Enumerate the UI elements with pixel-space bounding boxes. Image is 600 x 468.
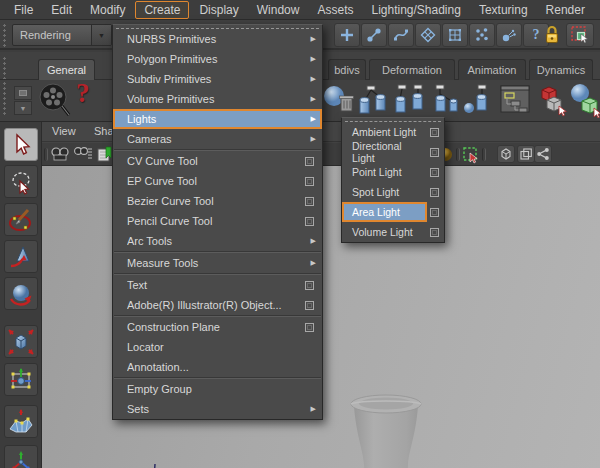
menu-item-volume-primitives[interactable]: Volume Primitives▶ bbox=[113, 89, 322, 109]
option-box-icon[interactable] bbox=[430, 148, 439, 157]
select-tool[interactable] bbox=[4, 128, 38, 161]
menu-set-dropdown[interactable]: Rendering ▼ bbox=[12, 24, 112, 46]
selection-highlight-icon[interactable] bbox=[462, 146, 480, 168]
paint-select-tool[interactable] bbox=[4, 203, 38, 236]
tab-subdivs[interactable]: bdivs bbox=[328, 59, 366, 80]
menu-item-subdiv-primitives[interactable]: Subdiv Primitives▶ bbox=[113, 69, 322, 89]
scale-tool[interactable] bbox=[4, 325, 38, 358]
menu-item-lights[interactable]: Lights▶ bbox=[113, 109, 322, 129]
toolbox bbox=[0, 122, 42, 468]
option-box-icon[interactable] bbox=[305, 323, 314, 332]
rotate-tool[interactable] bbox=[4, 277, 38, 310]
menu-assets[interactable]: Assets bbox=[309, 2, 361, 18]
menu-item-measure-tools[interactable]: Measure Tools▶ bbox=[113, 253, 322, 273]
option-box-icon[interactable] bbox=[430, 228, 439, 237]
universal-manipulator-tool[interactable] bbox=[4, 363, 38, 396]
menu-create[interactable]: Create bbox=[135, 1, 189, 19]
menu-item-pencil-curve-tool[interactable]: Pencil Curve Tool bbox=[113, 211, 322, 231]
shelf-scroll-up-button[interactable] bbox=[14, 86, 32, 100]
menu-item-locator[interactable]: Locator bbox=[113, 337, 322, 357]
menu-file[interactable]: File bbox=[6, 2, 41, 18]
soft-modification-tool[interactable] bbox=[4, 405, 38, 438]
wireframe-cube-icon[interactable] bbox=[497, 145, 515, 163]
layers-icon[interactable] bbox=[517, 145, 535, 163]
menu-item-adobe-illustrator-object[interactable]: Adobe(R) Illustrator(R) Object... bbox=[113, 295, 322, 315]
menu-window[interactable]: Window bbox=[249, 2, 308, 18]
menu-item-ambient-light[interactable]: Ambient Light bbox=[342, 122, 444, 142]
constraint-icon[interactable] bbox=[462, 82, 496, 122]
drag-handle[interactable] bbox=[2, 23, 8, 47]
lasso-select-tool[interactable] bbox=[4, 165, 38, 198]
create-cube-icon[interactable] bbox=[568, 82, 600, 122]
snap-joint-icon[interactable] bbox=[361, 23, 387, 47]
selection-mask-icon[interactable] bbox=[566, 23, 594, 47]
menu-item-annotation[interactable]: Annotation... bbox=[113, 357, 322, 377]
set-driven-key-icon[interactable] bbox=[534, 82, 568, 122]
menu-item-nurbs-primitives[interactable]: NURBS Primitives▶ bbox=[113, 29, 322, 49]
snap-curve-icon[interactable] bbox=[388, 23, 414, 47]
tab-dynamics[interactable]: Dynamics bbox=[529, 59, 593, 80]
lattice-icon[interactable] bbox=[442, 23, 468, 47]
tab-deformation[interactable]: Deformation bbox=[369, 59, 455, 80]
vase-object[interactable] bbox=[340, 392, 432, 468]
cv-curve[interactable] bbox=[144, 464, 160, 468]
menu-item-point-light[interactable]: Point Light bbox=[342, 162, 444, 182]
menu-lighting-shading[interactable]: Lighting/Shading bbox=[363, 2, 468, 18]
menu-display[interactable]: Display bbox=[191, 2, 246, 18]
menu-modify[interactable]: Modify bbox=[82, 2, 133, 18]
tab-general[interactable]: General bbox=[38, 59, 95, 80]
menu-toon[interactable]: Toon bbox=[595, 2, 600, 18]
menu-item-text[interactable]: Text bbox=[113, 275, 322, 295]
menu-item-volume-light[interactable]: Volume Light bbox=[342, 222, 444, 242]
camera-icon[interactable] bbox=[50, 146, 70, 166]
lock-icon[interactable] bbox=[543, 24, 561, 50]
option-box-icon[interactable] bbox=[305, 301, 314, 310]
tab-animation[interactable]: Animation bbox=[458, 59, 526, 80]
snap-plane-icon[interactable] bbox=[415, 23, 441, 47]
option-box-icon[interactable] bbox=[305, 157, 314, 166]
help-shelf-icon[interactable]: ? bbox=[76, 78, 90, 109]
menu-item-cv-curve-tool[interactable]: CV Curve Tool bbox=[113, 151, 322, 171]
connections-icon[interactable] bbox=[534, 145, 552, 163]
shelf-scroll-down-button[interactable]: ▼ bbox=[14, 101, 32, 115]
menu-render[interactable]: Render bbox=[538, 2, 593, 18]
option-box-icon[interactable] bbox=[430, 168, 439, 177]
ik-spline-handle-icon[interactable] bbox=[394, 82, 428, 122]
option-box-icon[interactable] bbox=[430, 208, 439, 217]
option-box-icon[interactable] bbox=[305, 281, 314, 290]
menu-item-ep-curve-tool[interactable]: EP Curve Tool bbox=[113, 171, 322, 191]
option-box-icon[interactable] bbox=[305, 197, 314, 206]
move-tool[interactable] bbox=[4, 240, 38, 273]
emitter-icon[interactable] bbox=[496, 23, 522, 47]
menu-item-polygon-primitives[interactable]: Polygon Primitives▶ bbox=[113, 49, 322, 69]
option-box-icon[interactable] bbox=[305, 177, 314, 186]
dropdown-arrow-icon[interactable]: ▼ bbox=[91, 25, 111, 45]
submenu-arrow-icon: ▶ bbox=[311, 237, 316, 245]
panel-menu-view[interactable]: View bbox=[52, 125, 76, 137]
camera-attributes-icon[interactable] bbox=[73, 146, 93, 166]
menu-item-sets[interactable]: Sets▶ bbox=[113, 399, 322, 419]
sphere-delete-icon[interactable] bbox=[322, 82, 356, 122]
points-icon[interactable] bbox=[469, 23, 495, 47]
menu-edit[interactable]: Edit bbox=[43, 2, 80, 18]
toolbar-separator bbox=[456, 148, 460, 161]
menu-item-area-light[interactable]: Area Light bbox=[342, 202, 444, 222]
menu-item-spot-light[interactable]: Spot Light bbox=[342, 182, 444, 202]
menu-item-construction-plane[interactable]: Construction Plane bbox=[113, 317, 322, 337]
menu-item-directional-light[interactable]: Directional Light bbox=[342, 142, 444, 162]
show-manipulator-tool[interactable] bbox=[4, 445, 38, 468]
maya-window: File Edit Modify Create Display Window A… bbox=[0, 0, 600, 468]
menu-item-empty-group[interactable]: Empty Group bbox=[113, 379, 322, 399]
ik-handle-icon[interactable] bbox=[358, 82, 392, 122]
add-icon[interactable] bbox=[334, 23, 360, 47]
render-view-film-reel-icon[interactable] bbox=[38, 82, 72, 124]
menu-item-arc-tools[interactable]: Arc Tools▶ bbox=[113, 231, 322, 251]
option-box-icon[interactable] bbox=[430, 188, 439, 197]
joint-tool-icon[interactable] bbox=[428, 82, 462, 122]
option-box-icon[interactable] bbox=[430, 128, 439, 137]
option-box-icon[interactable] bbox=[305, 217, 314, 226]
menu-item-bezier-curve-tool[interactable]: Bezier Curve Tool bbox=[113, 191, 322, 211]
menu-item-cameras[interactable]: Cameras▶ bbox=[113, 129, 322, 149]
outliner-window-icon[interactable] bbox=[498, 82, 532, 122]
menu-texturing[interactable]: Texturing bbox=[471, 2, 536, 18]
